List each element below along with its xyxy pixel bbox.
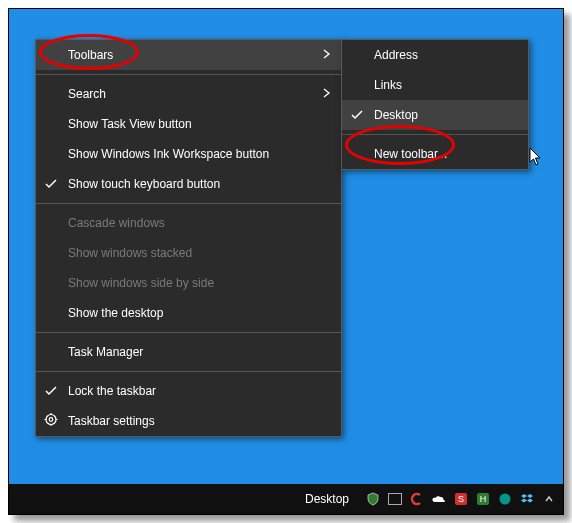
toolbars-submenu: Address Links Desktop New toolbar...	[341, 39, 529, 170]
menu-label: Cascade windows	[68, 216, 165, 230]
gear-icon	[44, 413, 58, 430]
separator	[342, 134, 528, 135]
mouse-cursor-icon	[529, 147, 543, 170]
svg-point-1	[49, 418, 53, 422]
check-icon	[350, 108, 364, 122]
onedrive-icon[interactable]	[431, 491, 447, 507]
menu-label: Lock the taskbar	[68, 384, 156, 398]
menu-item-toolbars[interactable]: Toolbars	[36, 40, 341, 70]
chevron-right-icon	[323, 48, 331, 62]
menu-item-lock-taskbar[interactable]: Lock the taskbar	[36, 376, 341, 406]
desktop-toolbar-label[interactable]: Desktop	[305, 492, 349, 506]
chevron-right-icon	[323, 87, 331, 101]
svg-point-10	[500, 494, 511, 505]
taskbar-context-menu: Toolbars Search Show Task View button Sh…	[35, 39, 342, 437]
menu-item-task-manager[interactable]: Task Manager	[36, 337, 341, 367]
svg-text:H: H	[480, 494, 487, 504]
separator	[36, 203, 341, 204]
menu-label: New toolbar...	[374, 147, 447, 161]
menu-item-search[interactable]: Search	[36, 79, 341, 109]
menu-item-taskbar-settings[interactable]: Taskbar settings	[36, 406, 341, 436]
menu-item-show-task-view[interactable]: Show Task View button	[36, 109, 341, 139]
submenu-item-address[interactable]: Address	[342, 40, 528, 70]
ccleaner-icon[interactable]	[409, 491, 425, 507]
menu-label: Show windows stacked	[68, 246, 192, 260]
menu-label: Show Task View button	[68, 117, 192, 131]
menu-label: Show Windows Ink Workspace button	[68, 147, 269, 161]
tray-overflow-icon[interactable]	[541, 491, 557, 507]
task-view-icon[interactable]	[387, 491, 403, 507]
menu-item-show-desktop[interactable]: Show the desktop	[36, 298, 341, 328]
check-icon	[44, 384, 58, 398]
tray-app-red-icon[interactable]: S	[453, 491, 469, 507]
tray-app-teal-icon[interactable]	[497, 491, 513, 507]
separator	[36, 332, 341, 333]
separator	[36, 74, 341, 75]
menu-label: Desktop	[374, 108, 418, 122]
tray-app-green-icon[interactable]: H	[475, 491, 491, 507]
svg-text:S: S	[458, 494, 464, 504]
submenu-item-desktop[interactable]: Desktop	[342, 100, 528, 130]
menu-label: Address	[374, 48, 418, 62]
menu-label: Show touch keyboard button	[68, 177, 220, 191]
submenu-item-new-toolbar[interactable]: New toolbar...	[342, 139, 528, 169]
security-shield-icon[interactable]	[365, 491, 381, 507]
desktop-background: Toolbars Search Show Task View button Sh…	[8, 8, 564, 515]
menu-label: Links	[374, 78, 402, 92]
submenu-item-links[interactable]: Links	[342, 70, 528, 100]
check-icon	[44, 177, 58, 191]
menu-label: Show the desktop	[68, 306, 163, 320]
menu-item-stacked: Show windows stacked	[36, 238, 341, 268]
menu-item-cascade: Cascade windows	[36, 208, 341, 238]
menu-label: Task Manager	[68, 345, 143, 359]
menu-label: Show windows side by side	[68, 276, 214, 290]
menu-item-show-ink[interactable]: Show Windows Ink Workspace button	[36, 139, 341, 169]
menu-item-side-by-side: Show windows side by side	[36, 268, 341, 298]
menu-label: Search	[68, 87, 106, 101]
separator	[36, 371, 341, 372]
svg-point-0	[46, 415, 56, 425]
menu-label: Toolbars	[68, 48, 113, 62]
menu-item-show-touch-keyboard[interactable]: Show touch keyboard button	[36, 169, 341, 199]
menu-label: Taskbar settings	[68, 414, 155, 428]
taskbar[interactable]: Desktop S H	[9, 484, 563, 514]
dropbox-icon[interactable]	[519, 491, 535, 507]
